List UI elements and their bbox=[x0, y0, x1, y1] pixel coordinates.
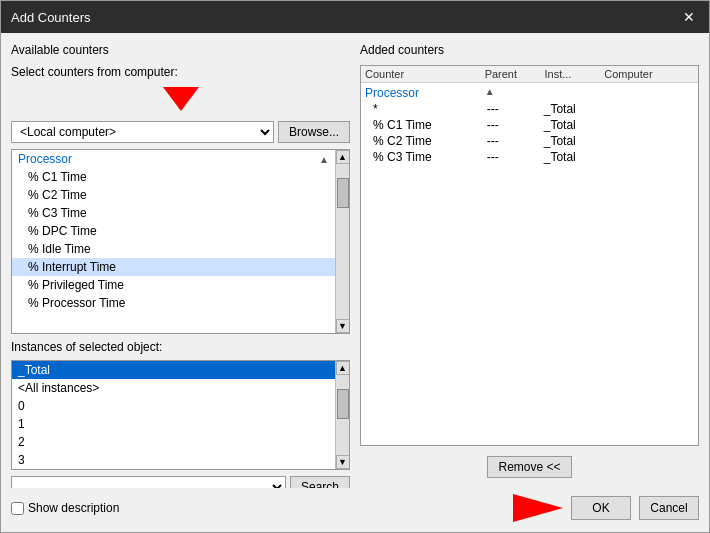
add-counters-dialog: Add Counters ✕ Available counters Select… bbox=[0, 0, 710, 533]
computer-select-row: <Local computer> Browse... bbox=[11, 121, 350, 143]
ok-button[interactable]: OK bbox=[571, 496, 631, 520]
row-parent: --- bbox=[487, 102, 544, 116]
row-computer bbox=[601, 102, 686, 116]
row-inst: _Total bbox=[544, 118, 601, 132]
collapse-icon: ▲ bbox=[319, 154, 329, 165]
col-inst: Inst... bbox=[544, 68, 604, 80]
show-description-row: Show description bbox=[11, 501, 119, 515]
table-row[interactable]: % C2 Time --- _Total bbox=[365, 133, 694, 149]
scroll-down-arrow[interactable]: ▼ bbox=[336, 319, 350, 333]
row-inst: _Total bbox=[544, 150, 601, 164]
scroll-thumb[interactable] bbox=[337, 178, 349, 208]
instance-item-0[interactable]: 0 bbox=[12, 397, 335, 415]
counter-group-name[interactable]: Processor bbox=[18, 152, 72, 166]
inst-scroll-up[interactable]: ▲ bbox=[336, 361, 350, 375]
table-row[interactable]: % C3 Time --- _Total bbox=[365, 149, 694, 165]
table-row[interactable]: * --- _Total bbox=[365, 101, 694, 117]
col-computer: Computer bbox=[604, 68, 694, 80]
remove-button[interactable]: Remove << bbox=[487, 456, 571, 478]
instance-item-1[interactable]: 1 bbox=[12, 415, 335, 433]
bottom-bar: Show description OK Cancel bbox=[1, 488, 709, 532]
search-row: Search bbox=[11, 476, 350, 488]
instances-scrollbar[interactable]: ▲ ▼ bbox=[335, 361, 349, 469]
counter-item[interactable]: % C3 Time bbox=[12, 204, 335, 222]
dialog-title: Add Counters bbox=[11, 10, 91, 25]
title-bar: Add Counters ✕ bbox=[1, 1, 709, 33]
row-computer bbox=[601, 118, 686, 132]
col-counter: Counter bbox=[365, 68, 485, 80]
counter-item-interrupt[interactable]: % Interrupt Time bbox=[12, 258, 335, 276]
inst-scroll-down[interactable]: ▼ bbox=[336, 455, 350, 469]
instance-item-all[interactable]: <All instances> bbox=[12, 379, 335, 397]
show-description-label: Show description bbox=[28, 501, 119, 515]
instances-label: Instances of selected object: bbox=[11, 340, 350, 354]
ok-with-arrow: OK Cancel bbox=[513, 494, 699, 522]
counter-group-header: Processor ▲ bbox=[12, 150, 335, 168]
arrow-right-2 bbox=[513, 494, 563, 522]
search-select[interactable] bbox=[11, 476, 286, 488]
table-group-header: Processor ▲ bbox=[365, 85, 694, 101]
counters-scrollbar[interactable]: ▲ ▼ bbox=[335, 150, 349, 333]
close-button[interactable]: ✕ bbox=[679, 9, 699, 25]
instances-list-container: _Total <All instances> 0 1 2 3 4 5 ▲ ▼ bbox=[11, 360, 350, 470]
counter-item[interactable]: % DPC Time bbox=[12, 222, 335, 240]
show-description-checkbox[interactable] bbox=[11, 502, 24, 515]
row-parent: --- bbox=[487, 134, 544, 148]
table-row[interactable]: % C1 Time --- _Total bbox=[365, 117, 694, 133]
counter-item-processor[interactable]: % Processor Time bbox=[12, 294, 335, 312]
row-counter: % C1 Time bbox=[373, 118, 487, 132]
available-counters-label: Available counters bbox=[11, 43, 350, 57]
row-parent: --- bbox=[487, 150, 544, 164]
arrow-down-icon bbox=[163, 87, 199, 111]
counter-item[interactable]: % C1 Time bbox=[12, 168, 335, 186]
row-inst: _Total bbox=[544, 102, 601, 116]
instance-item-3[interactable]: 3 bbox=[12, 451, 335, 469]
instance-item-total[interactable]: _Total bbox=[12, 361, 335, 379]
row-computer bbox=[601, 150, 686, 164]
row-counter: % C3 Time bbox=[373, 150, 487, 164]
counter-item[interactable]: % Idle Time bbox=[12, 240, 335, 258]
row-counter: * bbox=[373, 102, 487, 116]
search-button[interactable]: Search bbox=[290, 476, 350, 488]
group-name[interactable]: Processor bbox=[365, 86, 485, 100]
group-scroll-icon: ▲ bbox=[485, 86, 545, 100]
row-inst: _Total bbox=[544, 134, 601, 148]
counters-list: Processor ▲ % C1 Time % C2 Time % C3 Tim… bbox=[12, 150, 335, 333]
row-computer bbox=[601, 134, 686, 148]
cancel-button[interactable]: Cancel bbox=[639, 496, 699, 520]
remove-row: Remove << bbox=[360, 456, 699, 478]
col-parent: Parent bbox=[485, 68, 545, 80]
dialog-body: Available counters Select counters from … bbox=[1, 33, 709, 488]
instance-item-2[interactable]: 2 bbox=[12, 433, 335, 451]
select-computer-label: Select counters from computer: bbox=[11, 65, 350, 79]
counter-item-privileged[interactable]: % Privileged Time bbox=[12, 276, 335, 294]
row-parent: --- bbox=[487, 118, 544, 132]
computer-select-wrapper: <Local computer> bbox=[11, 121, 274, 143]
computer-select[interactable]: <Local computer> bbox=[11, 121, 274, 143]
arrow-down-indicator bbox=[11, 87, 350, 111]
instances-list: _Total <All instances> 0 1 2 3 4 5 bbox=[12, 361, 335, 469]
search-input-wrapper bbox=[11, 476, 286, 488]
inst-scroll-thumb[interactable] bbox=[337, 389, 349, 419]
table-header: Counter Parent Inst... Computer bbox=[361, 66, 698, 83]
left-panel: Available counters Select counters from … bbox=[11, 43, 350, 478]
browse-button[interactable]: Browse... bbox=[278, 121, 350, 143]
row-counter: % C2 Time bbox=[373, 134, 487, 148]
arrow-right-icon-2 bbox=[513, 494, 563, 522]
added-counters-label: Added counters bbox=[360, 43, 699, 57]
right-panel: Added counters Counter Parent Inst... Co… bbox=[360, 43, 699, 478]
counter-item[interactable]: % C2 Time bbox=[12, 186, 335, 204]
added-counters-table: Counter Parent Inst... Computer Processo… bbox=[360, 65, 699, 446]
counters-list-container: Processor ▲ % C1 Time % C2 Time % C3 Tim… bbox=[11, 149, 350, 334]
scroll-up-arrow[interactable]: ▲ bbox=[336, 150, 350, 164]
table-group-processor: Processor ▲ * --- _Total % C1 Time --- _… bbox=[361, 83, 698, 167]
